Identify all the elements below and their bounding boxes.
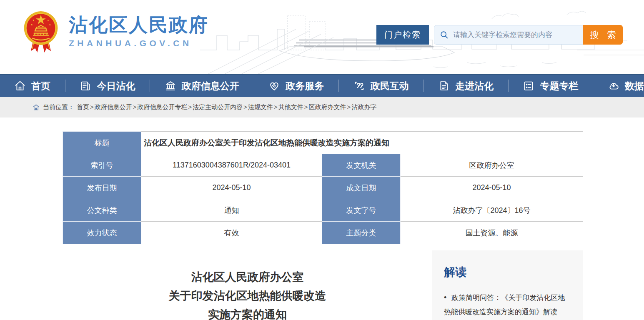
document-icon <box>438 80 450 92</box>
nav-separator <box>508 80 509 92</box>
nav-item-label: 政务服务 <box>286 80 324 92</box>
breadcrumb-separator: > <box>243 103 247 110</box>
document-title-line: 沾化区人民政府办公室 <box>63 268 432 287</box>
nav-item-2[interactable]: 今日沾化 <box>80 80 135 92</box>
document-meta-table: 标题沾化区人民政府办公室关于印发沾化区地热能供暖改造实施方案的通知索引号1137… <box>63 131 583 244</box>
news-icon <box>80 80 91 92</box>
breadcrumb-link-4[interactable]: 法定主动公开内容 <box>193 103 243 110</box>
breadcrumb: 当前位置： 首页>政府信息公开>政府信息公开专栏>法定主动公开内容>法规文件>其… <box>0 97 644 118</box>
meta-value-title: 沾化区人民政府办公室关于印发沾化区地热能供暖改造实施方案的通知 <box>141 132 583 154</box>
breadcrumb-link-1[interactable]: 首页 <box>77 103 89 110</box>
breadcrumb-items: 首页>政府信息公开>政府信息公开专栏>法定主动公开内容>法规文件>其他文件>区政… <box>76 103 377 111</box>
nav-item-label: 首页 <box>31 80 50 92</box>
main-nav-wrap: 首页今日沾化政府信息公开政务服务政民互动走进沾化专题专栏数据开放 <box>0 74 644 97</box>
breadcrumb-prefix: 当前位置： <box>43 103 74 111</box>
breadcrumb-separator: > <box>90 103 94 110</box>
meta-label: 成文日期 <box>322 177 401 199</box>
breadcrumb-separator: > <box>133 103 137 110</box>
nav-item-1[interactable]: 首页 <box>14 80 50 92</box>
cloud-download-icon <box>608 80 619 92</box>
nav-item-6[interactable]: 走进沾化 <box>438 80 494 92</box>
national-emblem-logo <box>23 9 59 55</box>
breadcrumb-home-icon <box>33 104 40 110</box>
nav-item-label: 数据开放 <box>625 80 644 92</box>
breadcrumb-link-7[interactable]: 区政府办文件 <box>309 103 346 110</box>
main-nav: 首页今日沾化政府信息公开政务服务政民互动走进沾化专题专栏数据开放 <box>0 75 644 97</box>
document-title-line: 关于印发沾化区地热能供暖改造 <box>63 287 432 305</box>
nav-item-label: 专题专栏 <box>540 80 578 92</box>
breadcrumb-separator: > <box>347 103 351 110</box>
meta-label: 索引号 <box>63 154 141 177</box>
meta-value: 沾政办字〔2024〕16号 <box>401 199 583 222</box>
site-domain: ZHANHUA.GOV.CN <box>69 38 209 48</box>
search-box <box>434 25 583 45</box>
nav-separator <box>150 80 150 92</box>
search-button[interactable]: 搜 索 <box>583 25 623 45</box>
meta-label: 发文机关 <box>322 154 401 177</box>
search-input[interactable] <box>453 31 577 39</box>
site-header: 沾化区人民政府 ZHANHUA.GOV.CN 门户检索 搜 索 <box>0 0 644 74</box>
nav-separator <box>254 80 254 92</box>
meta-value: 国土资源、能源 <box>401 222 583 244</box>
interaction-quotes-icon <box>353 80 365 92</box>
nav-separator <box>338 80 339 92</box>
brand-text: 沾化区人民政府 ZHANHUA.GOV.CN <box>69 9 209 48</box>
table-row: 公文种类通知发文字号沾政办字〔2024〕16号 <box>63 199 583 222</box>
meta-value: 11371603004387601R/2024-03401 <box>141 154 322 177</box>
meta-label: 发文字号 <box>322 199 401 222</box>
site-title: 沾化区人民政府 <box>69 15 209 35</box>
breadcrumb-separator: > <box>274 103 278 110</box>
meta-label: 公文种类 <box>63 199 141 222</box>
breadcrumb-separator: > <box>188 103 192 110</box>
table-row: 效力状态有效主题分类国土资源、能源 <box>63 222 583 244</box>
lower-content: 沾化区人民政府办公室关于印发沾化区地热能供暖改造实施方案的通知 解读 •政策简明… <box>63 250 583 320</box>
search-zone: 门户检索 搜 索 <box>376 25 623 45</box>
nav-item-label: 政府信息公开 <box>182 80 239 92</box>
interpretation-heading: 解读 <box>444 265 571 280</box>
service-handshake-icon <box>268 80 280 92</box>
nav-item-7[interactable]: 专题专栏 <box>523 80 578 92</box>
nav-separator <box>593 80 593 92</box>
meta-label-title: 标题 <box>63 132 141 154</box>
nav-item-5[interactable]: 政民互动 <box>353 80 409 92</box>
document-title-line: 实施方案的通知 <box>63 305 432 320</box>
breadcrumb-link-2[interactable]: 政府信息公开 <box>95 103 132 110</box>
meta-label: 效力状态 <box>63 222 141 244</box>
breadcrumb-link-8[interactable]: 沾政办字 <box>351 103 376 110</box>
nav-item-label: 政民互动 <box>371 80 409 92</box>
meta-value: 通知 <box>141 199 322 222</box>
bullet-icon: • <box>444 293 446 302</box>
nav-item-label: 走进沾化 <box>455 80 494 92</box>
nav-item-label: 今日沾化 <box>97 80 135 92</box>
gov-info-icon <box>165 80 176 92</box>
meta-value: 有效 <box>141 222 322 244</box>
document-title: 沾化区人民政府办公室关于印发沾化区地热能供暖改造实施方案的通知 <box>63 250 432 320</box>
breadcrumb-separator: > <box>304 103 308 110</box>
meta-value: 区政府办公室 <box>401 154 583 177</box>
portal-search-button[interactable]: 门户检索 <box>376 25 429 45</box>
meta-value: 2024-05-10 <box>401 177 583 199</box>
meta-table-body: 标题沾化区人民政府办公室关于印发沾化区地热能供暖改造实施方案的通知索引号1137… <box>63 132 583 244</box>
nav-separator <box>423 80 423 92</box>
meta-label: 发布日期 <box>63 177 141 199</box>
nav-item-4[interactable]: 政务服务 <box>268 80 324 92</box>
site-brand: 沾化区人民政府 ZHANHUA.GOV.CN <box>23 9 209 55</box>
breadcrumb-link-6[interactable]: 其他文件 <box>278 103 303 110</box>
topics-list-icon <box>523 80 534 92</box>
search-icon <box>440 30 449 40</box>
nav-item-8[interactable]: 数据开放 <box>608 80 644 92</box>
table-row: 标题沾化区人民政府办公室关于印发沾化区地热能供暖改造实施方案的通知 <box>63 132 583 154</box>
breadcrumb-link-5[interactable]: 法规文件 <box>248 103 273 110</box>
home-icon <box>14 80 26 92</box>
nav-item-3[interactable]: 政府信息公开 <box>165 80 239 92</box>
meta-value: 2024-05-10 <box>141 177 322 199</box>
interpretation-list: •政策简明问答：《关于印发沾化区地热能供暖改造实施方案的通知》解读 <box>444 290 571 319</box>
breadcrumb-link-3[interactable]: 政府信息公开专栏 <box>138 103 188 110</box>
table-row: 发布日期2024-05-10成文日期2024-05-10 <box>63 177 583 199</box>
interpretation-panel: 解读 •政策简明问答：《关于印发沾化区地热能供暖改造实施方案的通知》解读 <box>432 250 583 320</box>
interpretation-item-1[interactable]: •政策简明问答：《关于印发沾化区地热能供暖改造实施方案的通知》解读 <box>444 290 571 319</box>
meta-label: 主题分类 <box>322 222 401 244</box>
nav-separator <box>65 80 65 92</box>
table-row: 索引号11371603004387601R/2024-03401发文机关区政府办… <box>63 154 583 177</box>
